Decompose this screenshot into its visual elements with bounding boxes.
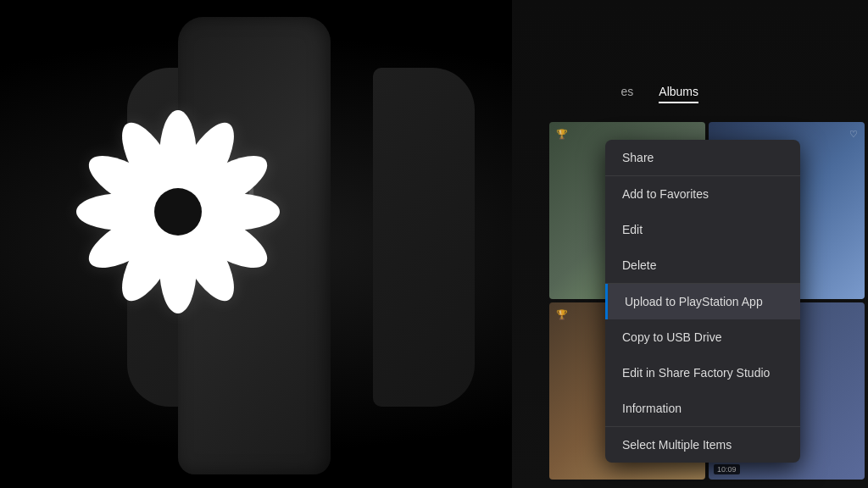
flower-logo <box>51 85 322 356</box>
menu-item-add-to-favorites[interactable]: Add to Favorites <box>605 176 800 212</box>
flower-svg <box>51 85 305 339</box>
menu-item-share[interactable]: Share <box>605 140 800 176</box>
tab-captures[interactable]: es <box>621 85 634 103</box>
tab-albums[interactable]: Albums <box>659 85 698 103</box>
menu-item-copy-to-usb[interactable]: Copy to USB Drive <box>605 319 800 355</box>
menu-item-delete[interactable]: Delete <box>605 247 800 284</box>
trophy-icon: 🏆 <box>556 309 568 320</box>
heart-icon: ♡ <box>849 129 858 140</box>
context-menu: Share Add to Favorites Edit Delete Uploa… <box>605 140 800 463</box>
video-duration: 10:09 <box>714 464 740 474</box>
menu-item-edit[interactable]: Edit <box>605 212 800 247</box>
menu-item-edit-in-share-factory[interactable]: Edit in Share Factory Studio <box>605 355 800 391</box>
trophy-icon: 🏆 <box>556 129 568 140</box>
menu-item-select-multiple[interactable]: Select Multiple Items <box>605 427 800 463</box>
menu-item-upload-to-playstation-app[interactable]: Upload to PlayStation App <box>605 284 800 319</box>
svg-point-13 <box>154 188 202 236</box>
tabs-bar: es Albums <box>621 85 698 103</box>
menu-item-information[interactable]: Information <box>605 391 800 427</box>
